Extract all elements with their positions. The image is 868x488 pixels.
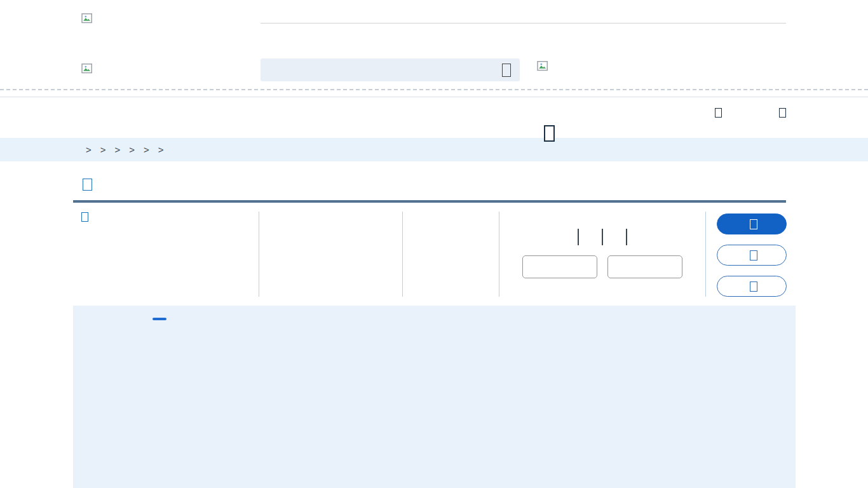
start-date-input[interactable] <box>522 255 597 278</box>
search-input[interactable] <box>261 58 504 81</box>
frequency-panel <box>415 212 491 218</box>
caret-down-icon <box>715 108 722 118</box>
date-inputs-row <box>508 255 696 278</box>
observations-panel <box>81 212 250 229</box>
panel-separator <box>259 212 259 297</box>
main-nav <box>696 107 786 119</box>
download-icon <box>750 250 757 261</box>
units-panel <box>276 212 394 218</box>
breadcrumb: >>>>>> <box>81 138 168 161</box>
nav-top-divider <box>0 97 868 97</box>
nav-tools[interactable] <box>715 107 722 119</box>
breadcrumb-bar: >>>>>> <box>0 138 868 161</box>
fred-series-page: { "header": { "logo_alt": "Federal Reser… <box>0 0 868 488</box>
title-divider <box>73 200 786 203</box>
date-range-selector <box>508 229 696 278</box>
edit-graph-button[interactable] <box>717 214 787 234</box>
chart-legend[interactable] <box>153 318 171 320</box>
info-icon[interactable] <box>81 212 88 222</box>
title-row <box>83 177 788 194</box>
caret-down-icon <box>779 108 786 118</box>
series-title-icon <box>83 179 92 191</box>
menu-toggle-icon[interactable] <box>544 125 555 142</box>
chart-svg[interactable] <box>73 306 796 488</box>
edit-graph-icon <box>750 219 757 229</box>
nav-about[interactable] <box>779 107 786 119</box>
end-date-input[interactable] <box>607 255 682 278</box>
broken-image-icon <box>81 12 93 22</box>
range-separator <box>602 229 603 245</box>
search-icon[interactable] <box>502 64 511 77</box>
chart-container <box>73 306 796 488</box>
explore-apps-toggle-icon[interactable] <box>537 61 548 74</box>
download-button[interactable] <box>717 245 787 266</box>
stlouis-fed-logo-link[interactable] <box>81 11 248 27</box>
header-divider <box>261 23 786 24</box>
fred-homepage-link[interactable] <box>81 63 93 76</box>
view-map-icon <box>750 281 757 292</box>
dashed-divider <box>0 89 868 90</box>
broken-image-icon <box>81 64 93 74</box>
action-buttons <box>717 214 787 307</box>
panel-separator <box>499 212 499 297</box>
range-links <box>508 229 696 245</box>
panel-separator <box>402 212 403 297</box>
range-separator <box>626 229 627 245</box>
search-bar <box>261 58 520 81</box>
range-separator <box>578 229 579 245</box>
view-map-button[interactable] <box>717 276 787 297</box>
panel-separator <box>705 212 706 297</box>
legend-line-swatch <box>153 318 166 320</box>
